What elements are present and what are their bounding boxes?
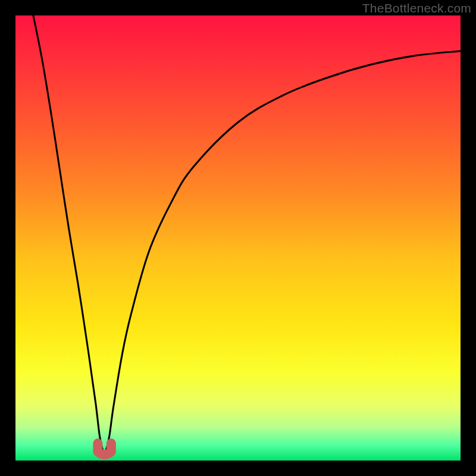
curve-layer	[15, 15, 461, 461]
bottleneck-curve	[33, 15, 461, 452]
chart-frame: TheBottleneck.com	[0, 0, 476, 476]
optimum-marker	[98, 443, 111, 455]
watermark-text: TheBottleneck.com	[362, 1, 471, 15]
plot-area	[15, 15, 461, 461]
